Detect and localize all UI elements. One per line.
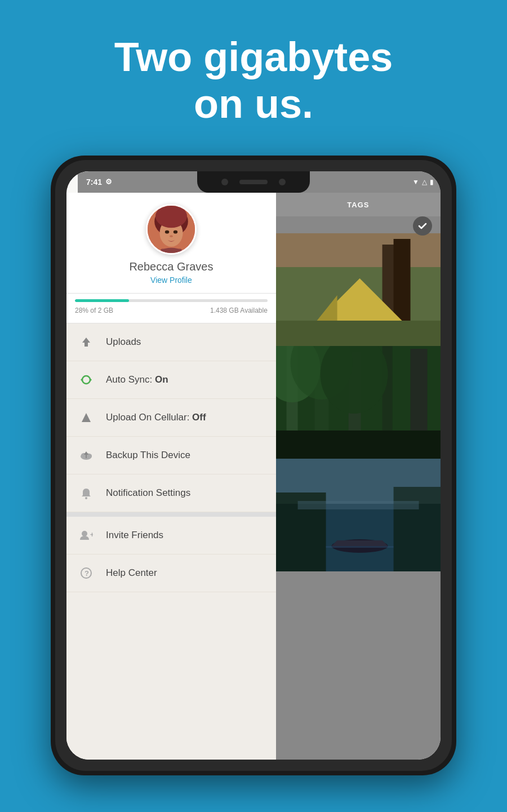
svg-marker-44 bbox=[331, 540, 388, 546]
sync-icon bbox=[78, 374, 95, 386]
storage-available: 1.438 GB Available bbox=[210, 307, 268, 314]
menu-item-help[interactable]: ? Help Center bbox=[66, 554, 276, 592]
photo-forest bbox=[276, 346, 441, 459]
svg-rect-38 bbox=[276, 431, 441, 459]
user-name: Rebecca Graves bbox=[129, 260, 213, 273]
left-drawer: 7:41 ⚙ bbox=[66, 171, 276, 760]
view-profile-link[interactable]: View Profile bbox=[150, 276, 192, 285]
storage-text: 28% of 2 GB 1.438 GB Available bbox=[75, 307, 268, 314]
storage-bar-background bbox=[75, 299, 268, 302]
storage-used: 28% of 2 GB bbox=[75, 307, 113, 314]
svg-rect-45 bbox=[326, 546, 393, 548]
svg-marker-12 bbox=[82, 413, 91, 422]
right-panel-photos: ▼ △ ▮ TAGS bbox=[276, 171, 441, 760]
profile-section: Rebecca Graves View Profile bbox=[66, 193, 276, 294]
svg-rect-8 bbox=[161, 249, 181, 252]
backup-icon bbox=[78, 449, 95, 462]
photo-water bbox=[276, 459, 441, 571]
uploads-label: Uploads bbox=[106, 336, 141, 348]
svg-rect-46 bbox=[297, 501, 419, 509]
menu-item-cellular[interactable]: Upload On Cellular: Off bbox=[66, 399, 276, 437]
cellular-icon bbox=[78, 411, 95, 424]
menu-item-backup[interactable]: Backup This Device bbox=[66, 437, 276, 474]
storage-bar-fill bbox=[75, 299, 129, 302]
upload-icon bbox=[78, 336, 95, 348]
tags-label: TAGS bbox=[347, 201, 369, 209]
svg-rect-28 bbox=[276, 321, 441, 346]
checkmark-badge bbox=[413, 216, 432, 236]
phone-screen: 7:41 ⚙ bbox=[66, 171, 441, 760]
phone-inner: 7:41 ⚙ bbox=[55, 160, 452, 771]
battery-icon: ▮ bbox=[430, 178, 434, 186]
settings-icon: ⚙ bbox=[105, 178, 112, 186]
svg-point-18 bbox=[82, 531, 87, 536]
phone-notch bbox=[197, 171, 310, 193]
page-background: Two gigabytes on us. bbox=[0, 0, 507, 812]
invite-label: Invite Friends bbox=[106, 530, 163, 541]
svg-point-5 bbox=[174, 230, 177, 233]
svg-text:+: + bbox=[90, 531, 93, 539]
svg-point-6 bbox=[170, 235, 173, 237]
backup-label: Backup This Device bbox=[106, 450, 190, 461]
svg-marker-9 bbox=[82, 338, 90, 347]
header-section: Two gigabytes on us. bbox=[0, 0, 507, 150]
svg-point-4 bbox=[165, 230, 169, 233]
avatar-image bbox=[148, 206, 195, 253]
svg-rect-42 bbox=[393, 487, 441, 571]
storage-section: 28% of 2 GB 1.438 GB Available bbox=[66, 294, 276, 323]
status-bar-right: ▼ △ ▮ bbox=[412, 178, 434, 186]
menu-section: Uploads bbox=[66, 323, 276, 760]
status-bar-left: 7:41 ⚙ bbox=[86, 178, 112, 187]
notifications-label: Notification Settings bbox=[106, 487, 190, 499]
phone-body: 7:41 ⚙ bbox=[51, 156, 456, 775]
phone-mockup: 7:41 ⚙ bbox=[0, 156, 507, 775]
menu-item-invite[interactable]: + Invite Friends bbox=[66, 517, 276, 554]
menu-item-notifications[interactable]: Notification Settings bbox=[66, 474, 276, 512]
svg-point-3 bbox=[155, 206, 187, 228]
menu-item-uploads[interactable]: Uploads bbox=[66, 323, 276, 361]
help-label: Help Center bbox=[106, 567, 157, 579]
avatar bbox=[146, 204, 197, 255]
tags-header: TAGS bbox=[276, 193, 441, 216]
photo-tent bbox=[276, 233, 441, 346]
wifi-icon: ▼ bbox=[412, 178, 419, 186]
auto-sync-label: Auto Sync: On bbox=[106, 374, 168, 385]
signal-icon: △ bbox=[422, 178, 427, 186]
svg-marker-11 bbox=[81, 378, 82, 381]
menu-divider bbox=[66, 512, 276, 517]
cellular-label: Upload On Cellular: Off bbox=[106, 412, 206, 423]
svg-marker-10 bbox=[90, 378, 92, 381]
notification-icon bbox=[78, 487, 95, 499]
help-icon: ? bbox=[78, 567, 95, 579]
svg-text:?: ? bbox=[84, 569, 89, 578]
invite-icon: + bbox=[78, 529, 95, 542]
menu-item-auto-sync[interactable]: Auto Sync: On bbox=[66, 361, 276, 399]
svg-point-17 bbox=[85, 497, 87, 499]
headline: Two gigabytes on us. bbox=[45, 34, 462, 127]
